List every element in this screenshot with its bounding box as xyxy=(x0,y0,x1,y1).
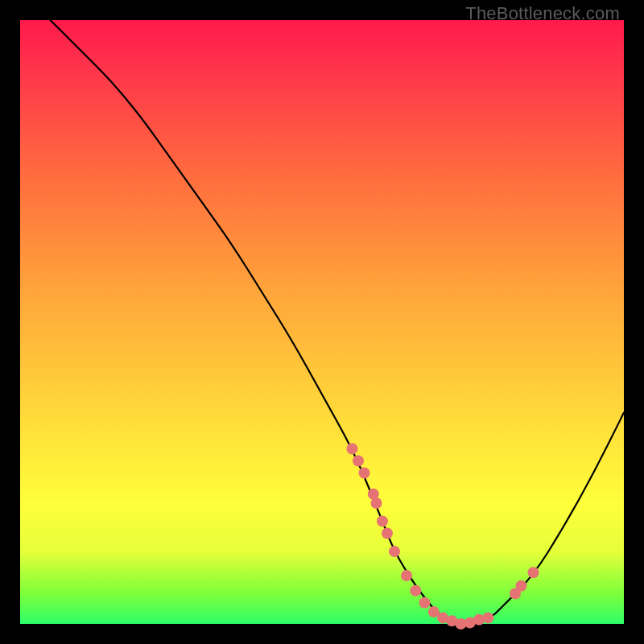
highlight-dots-group xyxy=(347,444,539,630)
highlight-dot xyxy=(359,468,370,479)
highlight-dot xyxy=(419,597,431,609)
highlight-dot xyxy=(482,613,493,624)
highlight-dot xyxy=(516,580,527,592)
watermark-text: TheBottleneck.com xyxy=(465,3,620,24)
highlight-dot xyxy=(371,497,382,509)
highlight-dot xyxy=(353,456,364,467)
chart-svg xyxy=(20,20,624,624)
highlight-dot xyxy=(401,570,412,581)
highlight-dot xyxy=(347,444,358,455)
highlight-dot xyxy=(410,585,421,597)
chart-frame xyxy=(20,20,624,624)
highlight-dot xyxy=(528,567,539,578)
highlight-dot xyxy=(389,546,400,557)
highlight-dot xyxy=(382,528,393,539)
highlight-dot xyxy=(377,516,388,527)
bottleneck-curve xyxy=(51,20,625,624)
